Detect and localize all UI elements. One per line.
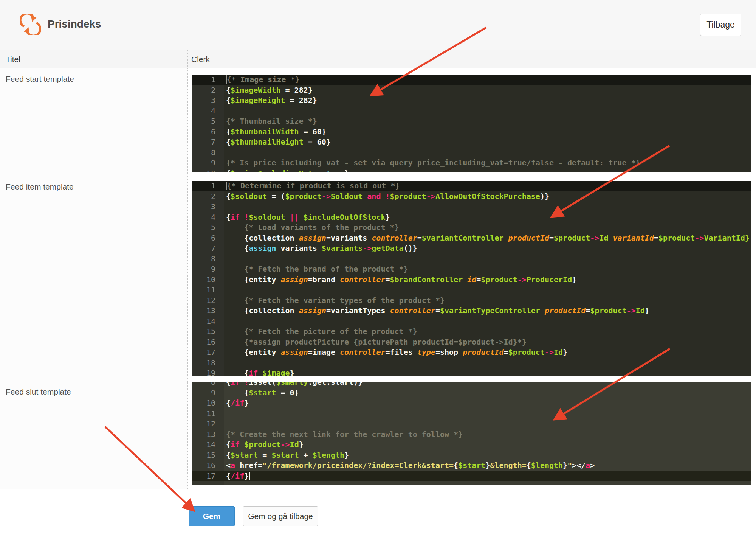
line-number: 10 <box>192 168 224 172</box>
code-line: 8 <box>192 148 751 158</box>
row-label-feed-slut: Feed slut template <box>0 381 188 489</box>
code-line: 12 <box>192 419 751 429</box>
line-number: 7 <box>192 137 224 148</box>
line-number: 19 <box>192 368 224 376</box>
line-number: 7 <box>192 243 224 254</box>
code-line: 4 <box>192 106 751 117</box>
line-number: 6 <box>192 127 224 137</box>
line-number: 11 <box>192 285 224 295</box>
line-number: 15 <box>192 326 224 337</box>
footer-actions: Gem Gem og gå tilbage <box>184 500 756 533</box>
table-header-row: Titel Clerk <box>0 50 756 68</box>
line-number: 15 <box>192 450 224 461</box>
code-line: 3 <box>192 202 751 212</box>
line-number: 9 <box>192 388 224 398</box>
line-number: 12 <box>192 295 224 306</box>
column-header-titel: Titel <box>0 50 188 68</box>
code-line: 8 <box>192 254 751 264</box>
code-line: 7{$thumbnailHeight = 60} <box>192 137 751 148</box>
line-number: 16 <box>192 460 224 471</box>
code-line: 14{if $product->Id} <box>192 440 751 450</box>
line-number: 4 <box>192 106 224 117</box>
line-number: 8 <box>192 254 224 264</box>
save-and-go-back-button[interactable]: Gem og gå tilbage <box>243 506 318 526</box>
line-number: 9 <box>192 158 224 168</box>
line-number: 10 <box>192 275 224 285</box>
back-button[interactable]: Tilbage <box>700 14 741 36</box>
code-line: 6 {collection assign=variants controller… <box>192 233 751 244</box>
line-number: 16 <box>192 337 224 348</box>
save-button[interactable]: Gem <box>189 506 235 526</box>
page-title: Prisindeks <box>48 18 101 30</box>
code-line: 16<a href="/framework/priceindex/?index=… <box>192 460 751 471</box>
footer-area: Gem Gem og gå tilbage <box>0 500 756 533</box>
code-line: 10 {entity assign=brand controller=$bran… <box>192 275 751 285</box>
code-line: 17 {entity assign=image controller=files… <box>192 347 751 358</box>
code-line: 5{* Thumbnail size *} <box>192 116 751 127</box>
line-number: 14 <box>192 440 224 450</box>
line-number: 18 <box>192 358 224 368</box>
code-line: 4{if !$soldout || $includeOutOfStock} <box>192 212 751 223</box>
code-line: 14 <box>192 316 751 327</box>
line-number: 4 <box>192 212 224 223</box>
code-line: 16 {*assign productPicture {picturePath … <box>192 337 751 348</box>
code-line: 9{* Is price including vat - set via que… <box>192 158 751 168</box>
line-number: 14 <box>192 316 224 327</box>
line-number: 13 <box>192 306 224 316</box>
refresh-icon <box>20 14 41 35</box>
feed-item-template-editor[interactable]: 1{* Determine if product is sold out *}2… <box>192 181 751 376</box>
code-line: 11 <box>192 285 751 295</box>
row-value-cell: 1{* Determine if product is sold out *}2… <box>188 176 756 381</box>
code-line: 3{$imageHeight = 282} <box>192 95 751 106</box>
line-number: 5 <box>192 222 224 233</box>
line-number: 9 <box>192 264 224 275</box>
code-line: 7 {assign variants $variants->getData()} <box>192 243 751 254</box>
code-line: 19 {if $image} <box>192 368 751 376</box>
line-number: 13 <box>192 429 224 440</box>
top-bar: Prisindeks Tilbage <box>0 0 756 50</box>
line-number: 17 <box>192 347 224 358</box>
row-label-feed-item: Feed item template <box>0 176 188 381</box>
line-number: 8 <box>192 382 224 388</box>
code-line: 6{$thumbnailWidth = 60} <box>192 127 751 137</box>
line-number: 17 <box>192 471 224 482</box>
code-line: 2{$imageWidth = 282} <box>192 85 751 96</box>
code-line: 17{/if} <box>192 471 751 482</box>
feed-slut-template-editor[interactable]: 8{if !isset($smarty.get.start)}9 {$start… <box>192 382 751 485</box>
row-value-cell: 8{if !isset($smarty.get.start)}9 {$start… <box>188 381 756 489</box>
line-number: 6 <box>192 233 224 244</box>
line-number: 1 <box>192 75 224 85</box>
line-number: 2 <box>192 85 224 96</box>
code-line: 11 <box>192 409 751 419</box>
code-line: 18 <box>192 358 751 368</box>
code-line: 1{* Determine if product is sold out *} <box>192 181 751 191</box>
table-row: Feed start template 1{* Image size *}2{$… <box>0 68 756 176</box>
line-number: 10 <box>192 398 224 409</box>
code-line: 12 {* Fetch the variant types of the pro… <box>192 295 751 306</box>
code-line: 9 {$start = 0} <box>192 388 751 398</box>
code-line: 9 {* Fetch the brand of the product *} <box>192 264 751 275</box>
code-line: 8{if !isset($smarty.get.start)} <box>192 382 751 388</box>
line-number: 11 <box>192 409 224 419</box>
code-line: 15 {* Fetch the picture of the product *… <box>192 326 751 337</box>
line-number: 8 <box>192 148 224 158</box>
code-line: 2{$soldout = ($product->Soldout and !$pr… <box>192 191 751 202</box>
line-number: 12 <box>192 419 224 429</box>
code-line: 13 {collection assign=variantTypes contr… <box>192 306 751 316</box>
feed-start-template-editor[interactable]: 1{* Image size *}2{$imageWidth = 282}3{$… <box>192 75 751 172</box>
line-number: 2 <box>192 191 224 202</box>
row-value-cell: 1{* Image size *}2{$imageWidth = 282}3{$… <box>188 68 756 176</box>
code-line: 5 {* Load variants of the product *} <box>192 222 751 233</box>
code-line: 1{* Image size *} <box>192 75 751 85</box>
table-row: Feed item template 1{* Determine if prod… <box>0 176 756 381</box>
line-number: 3 <box>192 95 224 106</box>
line-number: 1 <box>192 181 224 191</box>
code-line: 10{/if} <box>192 398 751 409</box>
code-line: 13{* Create the next link for the crawle… <box>192 429 751 440</box>
table-row: Feed slut template 8{if !isset($smarty.g… <box>0 381 756 489</box>
column-header-clerk: Clerk <box>188 50 756 68</box>
code-line: 15{$start = $start + $length} <box>192 450 751 461</box>
line-number: 5 <box>192 116 224 127</box>
code-line: 10{$priceIncludingVat = true} <box>192 168 751 172</box>
row-label-feed-start: Feed start template <box>0 68 188 176</box>
